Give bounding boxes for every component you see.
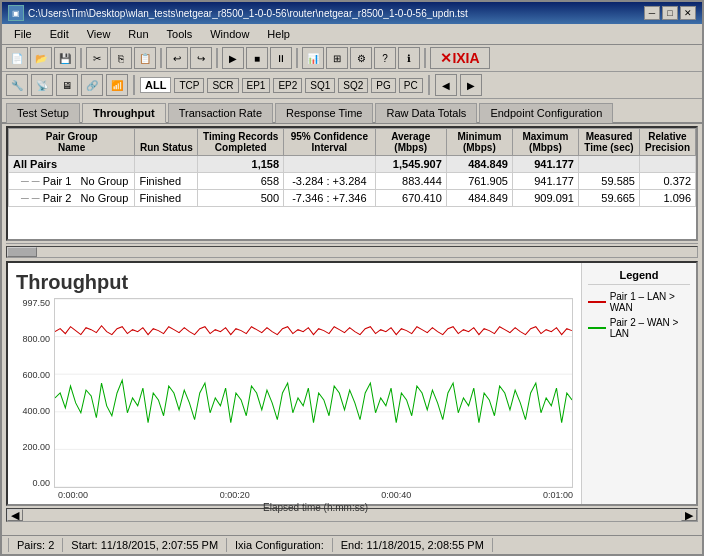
col-minimum: Minimum(Mbps) (446, 129, 512, 156)
help-btn[interactable]: ? (374, 47, 396, 69)
col-measured-time: MeasuredTime (sec) (578, 129, 639, 156)
sep3 (216, 48, 218, 68)
cell-time: 59.665 (578, 190, 639, 207)
info-btn[interactable]: ℹ (398, 47, 420, 69)
app-window: ▣ C:\Users\Tim\Desktop\wlan_tests\netgea… (0, 0, 704, 556)
cell-average: 670.410 (375, 190, 446, 207)
y-tick-4: 600.00 (22, 370, 50, 380)
scroll-right[interactable]: ▶ (681, 509, 697, 521)
title-text: C:\Users\Tim\Desktop\wlan_tests\netgear_… (28, 8, 468, 19)
redo-btn[interactable]: ↪ (190, 47, 212, 69)
title-bar-buttons: ─ □ ✕ (644, 6, 696, 20)
menu-run[interactable]: Run (120, 26, 156, 42)
mode-sq2[interactable]: SQ2 (338, 78, 368, 93)
results-table: Pair GroupName Run Status Timing Records… (8, 128, 696, 207)
cut-btn[interactable]: ✂ (86, 47, 108, 69)
mode-pc[interactable]: PC (399, 78, 423, 93)
menu-file[interactable]: File (6, 26, 40, 42)
sep5 (424, 48, 426, 68)
y-tick-6: 997.50 (22, 298, 50, 308)
cell-precision (640, 156, 696, 173)
toolbar-1: 📄 📂 💾 ✂ ⎘ 📋 ↩ ↪ ▶ ■ ⏸ 📊 ⊞ ⚙ ? ℹ ✕IXIA (2, 45, 702, 72)
cell-precision: 1.096 (640, 190, 696, 207)
cell-min: 484.849 (446, 156, 512, 173)
y-tick-2: 200.00 (22, 442, 50, 452)
mode-pg[interactable]: PG (371, 78, 395, 93)
x-tick-3: 0:00:40 (381, 490, 411, 500)
x-tick-1: 0:00:00 (58, 490, 88, 500)
pair1-line (55, 326, 572, 335)
menu-view[interactable]: View (79, 26, 119, 42)
tab-test-setup[interactable]: Test Setup (6, 103, 80, 123)
col-maximum: Maximum(Mbps) (512, 129, 578, 156)
table-btn[interactable]: ⊞ (326, 47, 348, 69)
menu-bar: File Edit View Run Tools Window Help (2, 24, 702, 45)
tab-endpoint-config[interactable]: Endpoint Configuration (479, 103, 613, 123)
close-button[interactable]: ✕ (680, 6, 696, 20)
minimize-button[interactable]: ─ (644, 6, 660, 20)
x-axis-label: Elapsed time (h:mm:ss) (263, 502, 368, 513)
cell-name: All Pairs (9, 156, 135, 173)
menu-edit[interactable]: Edit (42, 26, 77, 42)
open-btn[interactable]: 📂 (30, 47, 52, 69)
legend-pair1-line (588, 301, 606, 303)
cell-max: 941.177 (512, 173, 578, 190)
pause-btn[interactable]: ⏸ (270, 47, 292, 69)
menu-help[interactable]: Help (259, 26, 298, 42)
app-icon: ▣ (8, 5, 24, 21)
tab-throughput[interactable]: Throughput (82, 103, 166, 123)
tab-response-time[interactable]: Response Time (275, 103, 373, 123)
cell-average: 883.444 (375, 173, 446, 190)
cell-confidence: -3.284 : +3.284 (284, 173, 376, 190)
legend-pair1-label: Pair 1 – LAN > WAN (610, 291, 690, 313)
col-records: Timing RecordsCompleted (198, 129, 284, 156)
new-btn[interactable]: 📄 (6, 47, 28, 69)
menu-tools[interactable]: Tools (159, 26, 201, 42)
chart-section: Throughput 997.50 800.00 600.00 400.00 2… (6, 261, 698, 506)
cell-time: 59.585 (578, 173, 639, 190)
title-bar-left: ▣ C:\Users\Tim\Desktop\wlan_tests\netgea… (8, 5, 468, 21)
status-end: End: 11/18/2015, 2:08:55 PM (333, 538, 493, 552)
mode-label: ALL (140, 77, 171, 93)
tabs-bar: Test Setup Throughput Transaction Rate R… (2, 99, 702, 124)
tb2-btn2[interactable]: 📡 (31, 74, 53, 96)
stop-btn[interactable]: ■ (246, 47, 268, 69)
paste-btn[interactable]: 📋 (134, 47, 156, 69)
cell-max: 941.177 (512, 156, 578, 173)
col-average: Average(Mbps) (375, 129, 446, 156)
save-btn[interactable]: 💾 (54, 47, 76, 69)
y-tick-5: 800.00 (22, 334, 50, 344)
cell-status: Finished (135, 173, 198, 190)
cell-status: Finished (135, 190, 198, 207)
legend-pair2-line (588, 327, 606, 329)
toolbar-2: 🔧 📡 🖥 🔗 📶 ALL TCP SCR EP1 EP2 SQ1 SQ2 PG… (2, 72, 702, 99)
mode-scr[interactable]: SCR (207, 78, 238, 93)
mode-tcp[interactable]: TCP (174, 78, 204, 93)
tb2-btn3[interactable]: 🖥 (56, 74, 78, 96)
undo-btn[interactable]: ↩ (166, 47, 188, 69)
tab-transaction-rate[interactable]: Transaction Rate (168, 103, 273, 123)
tb2-prev[interactable]: ◀ (435, 74, 457, 96)
chart-btn[interactable]: 📊 (302, 47, 324, 69)
sep6 (133, 75, 135, 95)
cell-records: 658 (198, 173, 284, 190)
copy-btn[interactable]: ⎘ (110, 47, 132, 69)
status-pairs: Pairs: 2 (8, 538, 63, 552)
mode-ep2[interactable]: EP2 (273, 78, 302, 93)
cell-min: 761.905 (446, 173, 512, 190)
horizontal-scrollbar[interactable] (6, 243, 698, 259)
settings-btn[interactable]: ⚙ (350, 47, 372, 69)
mode-ep1[interactable]: EP1 (242, 78, 271, 93)
pair2-line (55, 380, 572, 423)
table-row: ─ ─ Pair 2 No Group Finished 500 -7.346 … (9, 190, 696, 207)
tb2-btn4[interactable]: 🔗 (81, 74, 103, 96)
tb2-btn5[interactable]: 📶 (106, 74, 128, 96)
menu-window[interactable]: Window (202, 26, 257, 42)
tb2-btn1[interactable]: 🔧 (6, 74, 28, 96)
tb2-next[interactable]: ▶ (460, 74, 482, 96)
chart-title: Throughput (16, 271, 573, 294)
tab-raw-data-totals[interactable]: Raw Data Totals (375, 103, 477, 123)
mode-sq1[interactable]: SQ1 (305, 78, 335, 93)
maximize-button[interactable]: □ (662, 6, 678, 20)
run-btn[interactable]: ▶ (222, 47, 244, 69)
